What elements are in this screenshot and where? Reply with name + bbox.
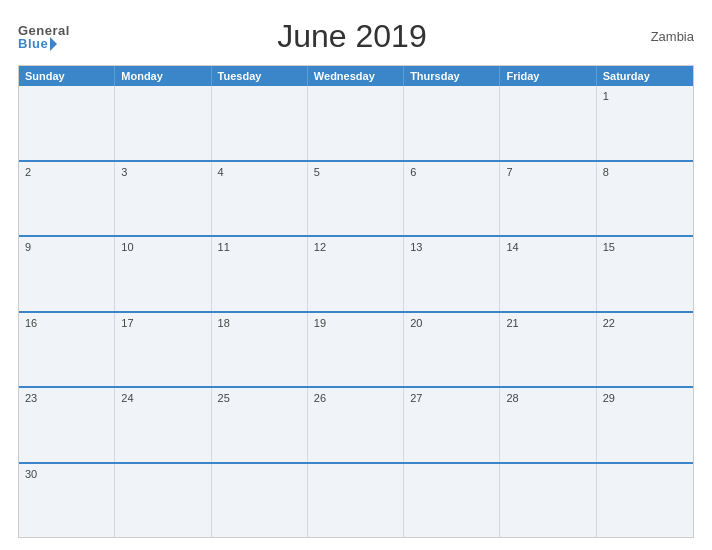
day-cell-27: 27 [404,388,500,462]
header-tuesday: Tuesday [212,66,308,86]
day-cell [308,86,404,160]
weeks-container: 1 2 3 4 5 6 7 8 9 10 11 12 13 14 15 [19,86,693,537]
day-cell-17: 17 [115,313,211,387]
week-row-3: 9 10 11 12 13 14 15 [19,235,693,311]
day-cell-30: 30 [19,464,115,538]
header: General Blue June 2019 Zambia [18,18,694,55]
week-row-6: 30 [19,462,693,538]
logo-blue-text: Blue [18,37,70,50]
day-cell-2: 2 [19,162,115,236]
day-cell [597,464,693,538]
week-row-4: 16 17 18 19 20 21 22 [19,311,693,387]
week-row-5: 23 24 25 26 27 28 29 [19,386,693,462]
day-cell [19,86,115,160]
day-cell-10: 10 [115,237,211,311]
day-cell-19: 19 [308,313,404,387]
calendar-title: June 2019 [70,18,634,55]
logo: General Blue [18,24,70,50]
day-cell [212,86,308,160]
day-cell [404,464,500,538]
day-cell [500,86,596,160]
header-friday: Friday [500,66,596,86]
day-cell [115,86,211,160]
day-cell [500,464,596,538]
logo-triangle-icon [50,37,57,51]
day-cell-16: 16 [19,313,115,387]
day-cell-9: 9 [19,237,115,311]
header-sunday: Sunday [19,66,115,86]
day-cell-11: 11 [212,237,308,311]
day-cell-18: 18 [212,313,308,387]
header-wednesday: Wednesday [308,66,404,86]
day-cell-6: 6 [404,162,500,236]
day-cell-13: 13 [404,237,500,311]
day-cell-22: 22 [597,313,693,387]
day-headers-row: Sunday Monday Tuesday Wednesday Thursday… [19,66,693,86]
day-cell-7: 7 [500,162,596,236]
day-cell-24: 24 [115,388,211,462]
header-thursday: Thursday [404,66,500,86]
day-cell-23: 23 [19,388,115,462]
day-cell-14: 14 [500,237,596,311]
page: General Blue June 2019 Zambia Sunday Mon… [0,0,712,550]
day-cell-8: 8 [597,162,693,236]
week-row-2: 2 3 4 5 6 7 8 [19,160,693,236]
logo-general-text: General [18,24,70,37]
day-cell [404,86,500,160]
day-cell-1: 1 [597,86,693,160]
calendar: Sunday Monday Tuesday Wednesday Thursday… [18,65,694,538]
header-saturday: Saturday [597,66,693,86]
week-row-1: 1 [19,86,693,160]
day-cell [115,464,211,538]
header-monday: Monday [115,66,211,86]
day-cell-25: 25 [212,388,308,462]
day-cell-28: 28 [500,388,596,462]
day-cell-4: 4 [212,162,308,236]
day-cell-15: 15 [597,237,693,311]
day-cell-21: 21 [500,313,596,387]
day-cell-12: 12 [308,237,404,311]
day-cell-20: 20 [404,313,500,387]
day-cell-3: 3 [115,162,211,236]
day-cell-26: 26 [308,388,404,462]
day-cell-29: 29 [597,388,693,462]
day-cell [212,464,308,538]
day-cell [308,464,404,538]
country-label: Zambia [634,29,694,44]
day-cell-5: 5 [308,162,404,236]
